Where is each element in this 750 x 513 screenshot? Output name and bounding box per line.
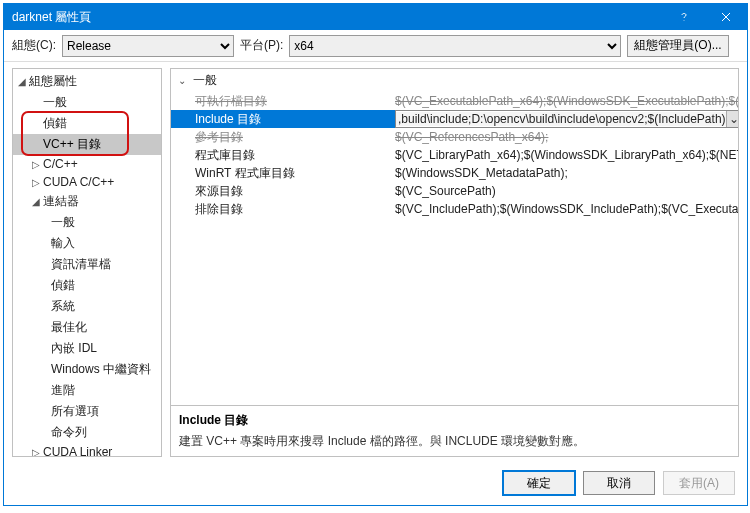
- tree-item-label: 進階: [51, 382, 75, 399]
- tree-item-label: 一般: [43, 94, 67, 111]
- tree-item[interactable]: VC++ 目錄: [13, 134, 161, 155]
- config-select[interactable]: Release: [62, 35, 234, 57]
- tree-item[interactable]: 所有選項: [13, 401, 161, 422]
- tree-item-label: CUDA C/C++: [43, 175, 114, 189]
- expand-icon[interactable]: ▷: [29, 159, 43, 170]
- tree-item-label: 一般: [51, 214, 75, 231]
- right-panel: ⌄ 一般 可執行檔目錄$(VC_ExecutablePath_x64);$(Wi…: [170, 68, 739, 457]
- tree-item-label: 偵錯: [51, 277, 75, 294]
- tree-item[interactable]: 偵錯: [13, 275, 161, 296]
- dropdown-button[interactable]: ⌄: [726, 111, 738, 127]
- titlebar: darknet 屬性頁: [4, 4, 747, 30]
- tree-item[interactable]: Windows 中繼資料: [13, 359, 161, 380]
- property-page-dialog: darknet 屬性頁 組態(C): Release 平台(P): x64 組態…: [3, 3, 748, 506]
- tree-item-label: 內嵌 IDL: [51, 340, 97, 357]
- grid-category-header[interactable]: ⌄ 一般: [171, 69, 738, 92]
- tree-item[interactable]: ▷CUDA Linker: [13, 443, 161, 457]
- tree-item-label: 系統: [51, 298, 75, 315]
- tree-item[interactable]: ▷C/C++: [13, 155, 161, 173]
- grid-row-label: WinRT 程式庫目錄: [195, 165, 395, 182]
- window-title: darknet 屬性頁: [12, 9, 663, 26]
- tree-item[interactable]: 最佳化: [13, 317, 161, 338]
- tree-item-label: 輸入: [51, 235, 75, 252]
- tree-item[interactable]: 資訊清單檔: [13, 254, 161, 275]
- tree-panel[interactable]: ◢ 組態屬性 一般偵錯VC++ 目錄▷C/C++▷CUDA C/C++◢連結器一…: [12, 68, 162, 457]
- grid-row-value[interactable]: ,build\include;D:\opencv\build\include\o…: [396, 112, 726, 126]
- grid-row-label: Include 目錄: [195, 111, 395, 128]
- grid-row[interactable]: 排除目錄$(VC_IncludePath);$(WindowsSDK_Inclu…: [171, 200, 738, 218]
- tree-item-label: VC++ 目錄: [43, 136, 101, 153]
- tree-item-label: 資訊清單檔: [51, 256, 111, 273]
- description-text: 建置 VC++ 專案時用來搜尋 Include 檔的路徑。與 INCLUDE 環…: [179, 433, 730, 450]
- help-button[interactable]: [663, 4, 705, 30]
- grid-row-value: $(VC_LibraryPath_x64);$(WindowsSDK_Libra…: [395, 148, 738, 162]
- grid-value-editor[interactable]: ,build\include;D:\opencv\build\include\o…: [395, 110, 738, 128]
- expand-icon[interactable]: ▷: [29, 447, 43, 458]
- footer: 確定 取消 套用(A): [4, 461, 747, 505]
- tree-item-label: 最佳化: [51, 319, 87, 336]
- tree-item-label: 命令列: [51, 424, 87, 441]
- chevron-down-icon: ⌄: [729, 112, 738, 126]
- grid-row[interactable]: 來源目錄$(VC_SourcePath): [171, 182, 738, 200]
- grid-row-label: 可執行檔目錄: [195, 93, 395, 110]
- grid-row-value: $(VC_IncludePath);$(WindowsSDK_IncludePa…: [395, 202, 738, 216]
- grid-row-label: 程式庫目錄: [195, 147, 395, 164]
- grid-row-value: $(VC_ExecutablePath_x64);$(WindowsSDK_Ex…: [395, 94, 738, 108]
- toolbar: 組態(C): Release 平台(P): x64 組態管理員(O)...: [4, 30, 747, 62]
- grid-row[interactable]: 參考目錄$(VC_ReferencesPath_x64);: [171, 128, 738, 146]
- grid-row-value: $(VC_SourcePath): [395, 184, 738, 198]
- cancel-button[interactable]: 取消: [583, 471, 655, 495]
- tree-item[interactable]: ◢連結器: [13, 191, 161, 212]
- property-grid: ⌄ 一般 可執行檔目錄$(VC_ExecutablePath_x64);$(Wi…: [170, 68, 739, 457]
- tree-item-label: 所有選項: [51, 403, 99, 420]
- config-label: 組態(C):: [12, 37, 56, 54]
- tree-item[interactable]: ▷CUDA C/C++: [13, 173, 161, 191]
- tree-item[interactable]: 命令列: [13, 422, 161, 443]
- expand-icon[interactable]: ▷: [29, 177, 43, 188]
- tree-item-label: 連結器: [43, 193, 79, 210]
- grid-row[interactable]: WinRT 程式庫目錄$(WindowsSDK_MetadataPath);: [171, 164, 738, 182]
- description-title: Include 目錄: [179, 412, 730, 429]
- body-area: ◢ 組態屬性 一般偵錯VC++ 目錄▷C/C++▷CUDA C/C++◢連結器一…: [4, 62, 747, 461]
- close-button[interactable]: [705, 4, 747, 30]
- grid-row-label: 來源目錄: [195, 183, 395, 200]
- description-panel: Include 目錄 建置 VC++ 專案時用來搜尋 Include 檔的路徑。…: [171, 405, 738, 456]
- tree-root[interactable]: ◢ 組態屬性: [13, 71, 161, 92]
- grid-row-label: 參考目錄: [195, 129, 395, 146]
- collapse-icon[interactable]: ⌄: [175, 75, 189, 86]
- grid-row[interactable]: 程式庫目錄$(VC_LibraryPath_x64);$(WindowsSDK_…: [171, 146, 738, 164]
- grid-row-value: $(VC_ReferencesPath_x64);: [395, 130, 738, 144]
- apply-button[interactable]: 套用(A): [663, 471, 735, 495]
- platform-select[interactable]: x64: [289, 35, 621, 57]
- grid-row-value: $(WindowsSDK_MetadataPath);: [395, 166, 738, 180]
- ok-button[interactable]: 確定: [503, 471, 575, 495]
- tree-item-label: 偵錯: [43, 115, 67, 132]
- tree-item[interactable]: 系統: [13, 296, 161, 317]
- grid-row[interactable]: 可執行檔目錄$(VC_ExecutablePath_x64);$(Windows…: [171, 92, 738, 110]
- tree-item[interactable]: 偵錯: [13, 113, 161, 134]
- tree-item-label: C/C++: [43, 157, 78, 171]
- config-manager-button[interactable]: 組態管理員(O)...: [627, 35, 728, 57]
- tree-item-label: CUDA Linker: [43, 445, 112, 457]
- tree-item[interactable]: 輸入: [13, 233, 161, 254]
- tree-item[interactable]: 一般: [13, 92, 161, 113]
- tree-item-label: Windows 中繼資料: [51, 361, 151, 378]
- collapse-icon[interactable]: ◢: [15, 76, 29, 87]
- tree-item[interactable]: 內嵌 IDL: [13, 338, 161, 359]
- grid-row[interactable]: Include 目錄,build\include;D:\opencv\build…: [171, 110, 738, 128]
- grid-row-label: 排除目錄: [195, 201, 395, 218]
- collapse-icon[interactable]: ◢: [29, 196, 43, 207]
- tree-item[interactable]: 進階: [13, 380, 161, 401]
- tree-item[interactable]: 一般: [13, 212, 161, 233]
- platform-label: 平台(P):: [240, 37, 283, 54]
